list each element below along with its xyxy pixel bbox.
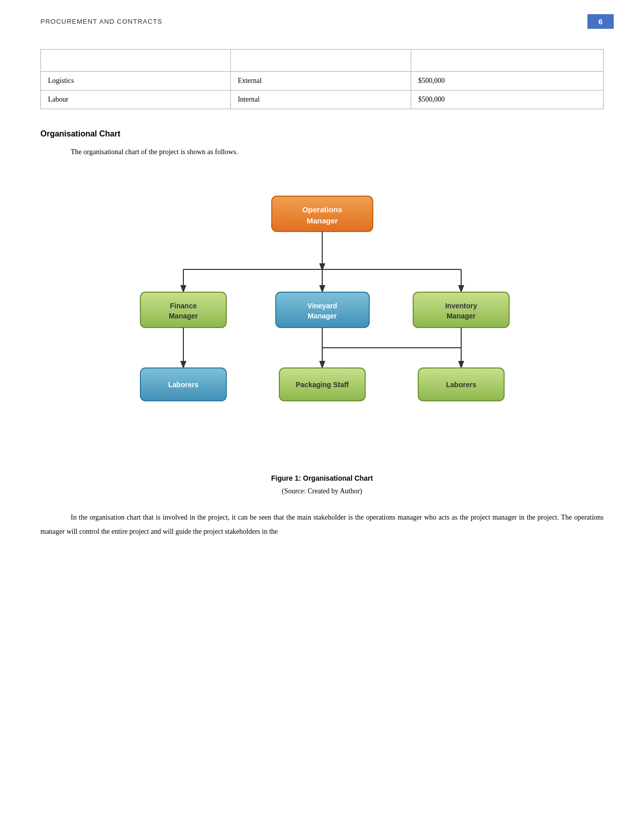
table-row — [41, 50, 604, 72]
table-cell — [411, 50, 603, 72]
ops-manager-node — [272, 196, 373, 231]
page: PROCUREMENT AND CONTRACTS 6 Logistics Ex… — [0, 0, 644, 834]
vineyard-manager-node — [276, 292, 369, 328]
inventory-manager-node — [413, 292, 509, 328]
table-cell-amount2: $500,000 — [411, 90, 603, 109]
finance-manager-label: Finance — [170, 302, 196, 310]
page-content: Logistics External $500,000 Labour Inter… — [0, 34, 644, 559]
table-cell-external: External — [230, 72, 411, 90]
finance-manager-node — [140, 292, 226, 328]
body-paragraph: In the organisation chart that is involv… — [40, 511, 604, 539]
org-chart-svg: Operations Manager Finance Manager Viney… — [95, 176, 550, 459]
inventory-manager-label: Inventory — [445, 302, 477, 310]
org-chart-container: Operations Manager Finance Manager Viney… — [40, 176, 604, 459]
document-title: PROCUREMENT AND CONTRACTS — [40, 18, 162, 25]
packaging-staff-label: Packaging Staff — [295, 381, 349, 389]
figure-source: (Source: Created by Author) — [40, 487, 604, 495]
vineyard-manager-label: Vineyard — [307, 302, 337, 310]
ops-manager-label2: Manager — [307, 216, 338, 225]
table-cell-amount1: $500,000 — [411, 72, 603, 90]
table-cell-internal: Internal — [230, 90, 411, 109]
page-header: PROCUREMENT AND CONTRACTS 6 — [0, 0, 644, 34]
table-cell — [230, 50, 411, 72]
page-number: 6 — [587, 14, 614, 29]
table-cell-labour: Labour — [41, 90, 231, 109]
figure-caption: Figure 1: Organisational Chart — [40, 474, 604, 482]
table-row: Logistics External $500,000 — [41, 72, 604, 90]
finance-manager-label2: Manager — [169, 312, 198, 320]
inventory-manager-label2: Manager — [447, 312, 476, 320]
laborers-right-label: Laborers — [446, 381, 476, 389]
org-chart-intro: The organisational chart of the project … — [71, 147, 604, 158]
org-chart-heading: Organisational Chart — [40, 129, 604, 138]
table-row: Labour Internal $500,000 — [41, 90, 604, 109]
laborers-left-label: Laborers — [168, 381, 199, 389]
ops-manager-label: Operations — [302, 205, 342, 214]
table-cell-logistics: Logistics — [41, 72, 231, 90]
table-cell — [41, 50, 231, 72]
vineyard-manager-label2: Manager — [308, 312, 337, 320]
procurement-table: Logistics External $500,000 Labour Inter… — [40, 49, 604, 109]
